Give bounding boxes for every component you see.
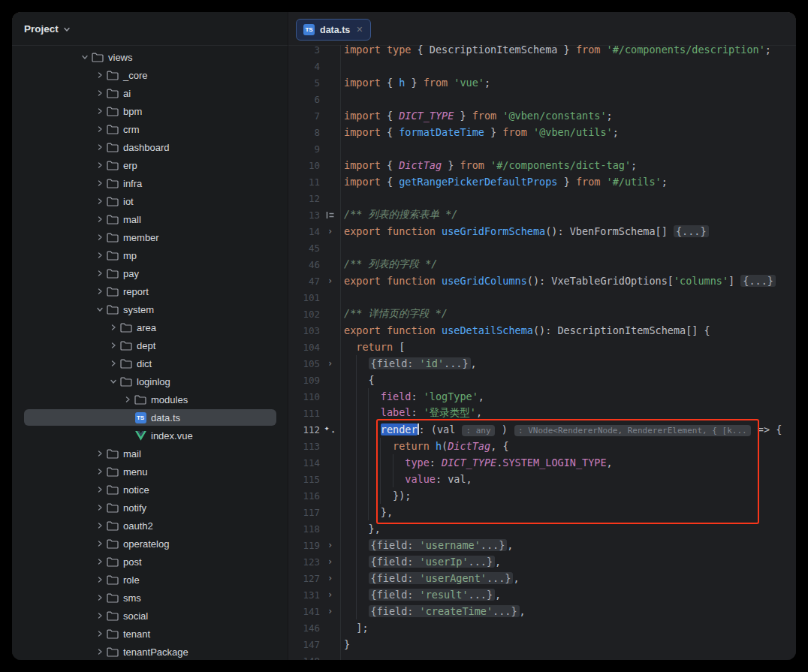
chevron-collapsed-icon[interactable]	[93, 197, 107, 205]
code-line-45[interactable]: 45	[288, 240, 796, 256]
tree-item-menu[interactable]: menu	[12, 463, 288, 481]
chevron-collapsed-icon[interactable]	[93, 468, 107, 475]
code-line-103[interactable]: 103export function useDetailSchema(): De…	[288, 322, 796, 339]
tree-item-tenant[interactable]: tenant	[12, 625, 288, 643]
project-panel-header[interactable]: Project	[12, 12, 288, 46]
code-line-5[interactable]: 5import { h } from 'vue';	[288, 74, 796, 91]
code-line-112[interactable]: 112✦✦ render: (val : any ) : VNode<Rende…	[288, 421, 796, 438]
tree-item-data.ts[interactable]: TSdata.ts	[12, 408, 288, 426]
folded-region[interactable]: {field: 'userIp'...}	[369, 556, 496, 568]
chevron-collapsed-icon[interactable]	[93, 71, 107, 79]
folded-region[interactable]: {field: 'userAgent'...}	[369, 572, 514, 584]
chevron-expanded-icon[interactable]	[78, 53, 92, 61]
code-line-148[interactable]: 148	[288, 652, 796, 660]
chevron-collapsed-icon[interactable]	[93, 594, 107, 601]
chevron-collapsed-icon[interactable]	[93, 540, 107, 547]
code-line-46[interactable]: 46/** 列表的字段 */	[288, 256, 796, 273]
fold-chevron-icon[interactable]: ›	[320, 557, 340, 566]
code-line-12[interactable]: 12	[288, 190, 796, 206]
folded-region[interactable]: {field: 'createTime'...}	[369, 605, 520, 617]
folded-region[interactable]: {field: 'result'...}	[369, 589, 496, 601]
code-line-131[interactable]: 131› {field: 'result'...},	[288, 586, 796, 603]
tree-item-dict[interactable]: dict	[12, 354, 288, 372]
sticky-lines-icon[interactable]	[320, 211, 340, 219]
chevron-collapsed-icon[interactable]	[107, 342, 120, 349]
tree-item-operatelog[interactable]: operatelog	[12, 535, 288, 553]
code-line-9[interactable]: 9	[288, 140, 796, 157]
code-line-13[interactable]: 13/** 列表的搜索表单 */	[288, 206, 796, 223]
code-line-119[interactable]: 119› {field: 'username'...},	[288, 537, 796, 553]
code-line-110[interactable]: 110 field: 'logType',	[288, 388, 796, 405]
folded-region[interactable]: {field: 'username'...}	[369, 539, 508, 551]
chevron-collapsed-icon[interactable]	[93, 179, 107, 187]
code-editor[interactable]: 3import type { DescriptionItemSchema } f…	[288, 45, 796, 660]
chevron-collapsed-icon[interactable]	[93, 558, 107, 565]
tab-close-icon[interactable]: ✕	[356, 25, 363, 35]
tree-item-loginlog[interactable]: loginlog	[12, 372, 288, 390]
tree-item-notice[interactable]: notice	[12, 481, 288, 499]
code-line-11[interactable]: 11import { getRangePickerDefaultProps } …	[288, 173, 796, 190]
chevron-expanded-icon[interactable]	[107, 378, 120, 385]
code-line-47[interactable]: 47›export function useGridColumns(): Vxe…	[288, 273, 796, 289]
fold-chevron-icon[interactable]: ›	[320, 574, 340, 583]
code-line-147[interactable]: 147}	[288, 636, 796, 652]
chevron-collapsed-icon[interactable]	[93, 215, 107, 223]
tree-item-tenantPackage[interactable]: tenantPackage	[12, 643, 288, 660]
fold-chevron-icon[interactable]: ›	[320, 359, 340, 368]
code-line-6[interactable]: 6	[288, 91, 796, 107]
code-line-8[interactable]: 8import { formatDateTime } from '@vben/u…	[288, 124, 796, 140]
tree-item-modules[interactable]: modules	[12, 390, 288, 408]
tree-item-sms[interactable]: sms	[12, 589, 288, 607]
folded-region[interactable]: {...}	[740, 275, 776, 287]
tree-item-index.vue[interactable]: index.vue	[12, 426, 288, 444]
chevron-collapsed-icon[interactable]	[93, 648, 107, 655]
chevron-collapsed-icon[interactable]	[93, 522, 107, 529]
tree-item-dept[interactable]: dept	[12, 336, 288, 354]
chevron-collapsed-icon[interactable]	[107, 324, 120, 331]
code-line-104[interactable]: 104 return [	[288, 339, 796, 355]
tree-item-crm[interactable]: crm	[12, 120, 288, 138]
chevron-collapsed-icon[interactable]	[93, 504, 107, 511]
code-line-118[interactable]: 118 },	[288, 520, 796, 537]
chevron-collapsed-icon[interactable]	[93, 252, 107, 259]
code-line-109[interactable]: 109 {	[288, 372, 796, 388]
chevron-collapsed-icon[interactable]	[93, 288, 107, 295]
chevron-collapsed-icon[interactable]	[93, 630, 107, 637]
chevron-collapsed-icon[interactable]	[93, 576, 107, 583]
chevron-collapsed-icon[interactable]	[93, 143, 107, 151]
tree-item-oauth2[interactable]: oauth2	[12, 517, 288, 535]
code-line-7[interactable]: 7import { DICT_TYPE } from '@vben/consta…	[288, 107, 796, 124]
tree-item-area[interactable]: area	[12, 318, 288, 336]
tree-item-mall[interactable]: mall	[12, 210, 288, 228]
project-tree[interactable]: views_coreaibpmcrmdashboarderpinfraiotma…	[12, 45, 288, 660]
code-line-14[interactable]: 14›export function useGridFormSchema(): …	[288, 223, 796, 240]
tree-item-ai[interactable]: ai	[12, 84, 288, 102]
code-line-141[interactable]: 141› {field: 'createTime'...},	[288, 603, 796, 619]
code-line-4[interactable]: 4	[288, 58, 796, 74]
tree-item-iot[interactable]: iot	[12, 192, 288, 210]
code-line-101[interactable]: 101	[288, 289, 796, 306]
tree-item-erp[interactable]: erp	[12, 156, 288, 174]
tree-item-post[interactable]: post	[12, 553, 288, 571]
chevron-collapsed-icon[interactable]	[93, 450, 107, 457]
tree-item-system[interactable]: system	[12, 300, 288, 318]
chevron-collapsed-icon[interactable]	[93, 486, 107, 493]
chevron-collapsed-icon[interactable]	[93, 89, 107, 97]
tree-item-pay[interactable]: pay	[12, 264, 288, 282]
code-line-116[interactable]: 116 });	[288, 487, 796, 504]
chevron-collapsed-icon[interactable]	[121, 396, 134, 403]
chevron-collapsed-icon[interactable]	[107, 360, 120, 367]
fold-chevron-icon[interactable]: ›	[320, 276, 340, 285]
tree-item-mp[interactable]: mp	[12, 246, 288, 264]
code-line-146[interactable]: 146 ];	[288, 619, 796, 636]
code-line-3[interactable]: 3import type { DescriptionItemSchema } f…	[288, 45, 796, 58]
code-line-114[interactable]: 114 type: DICT_TYPE.SYSTEM_LOGIN_TYPE,	[288, 454, 796, 471]
code-line-117[interactable]: 117 },	[288, 504, 796, 520]
tree-item-infra[interactable]: infra	[12, 174, 288, 192]
chevron-collapsed-icon[interactable]	[93, 161, 107, 169]
tree-item-member[interactable]: member	[12, 228, 288, 246]
chevron-collapsed-icon[interactable]	[93, 234, 107, 241]
tree-item-bpm[interactable]: bpm	[12, 102, 288, 120]
tree-item-dashboard[interactable]: dashboard	[12, 138, 288, 156]
tree-item-role[interactable]: role	[12, 571, 288, 589]
